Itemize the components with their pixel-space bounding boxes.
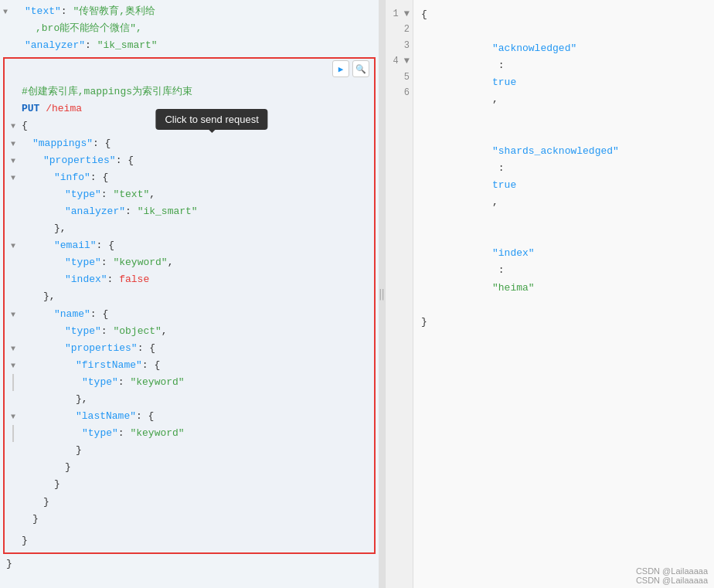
comment-text: #创建索引库,mappings为索引库约束 [22, 83, 192, 100]
line-number: 5 [404, 70, 410, 85]
json-value: "ik_smart" [138, 206, 198, 217]
json-value: "ik_smart" [97, 39, 158, 51]
fold-arrow[interactable]: ▼ [11, 342, 22, 355]
json-key: "type" [65, 257, 101, 268]
fold-arrow [11, 513, 22, 526]
fold-arrow [11, 461, 22, 474]
brace: } [421, 314, 427, 331]
code-line: "index": false [11, 271, 368, 288]
code-line: ▼ "email": { [11, 237, 368, 254]
json-key: "type" [65, 325, 101, 337]
red-box-content: #创建索引库,mappings为索引库约束 PUT /heima ▼ { ▼ "… [5, 79, 374, 532]
response-line: "index" : "heima" [421, 228, 706, 313]
json-value: true [492, 76, 516, 88]
fold-arrow [11, 206, 22, 219]
response-line: "shards_acknowledged" : true , [421, 126, 706, 229]
credit-line1: CSDN @Lailaaaaa [636, 566, 708, 576]
method-line: PUT /heima [11, 100, 368, 117]
url-path: /heima [39, 100, 82, 117]
json-value: "keyword" [113, 257, 167, 268]
code-line: ▼ "info": { [11, 169, 368, 186]
response-open: { [421, 6, 706, 23]
response-line: "acknowledged" : true , [421, 23, 706, 126]
code-line: } [11, 442, 368, 459]
close-brace-line: } [5, 532, 374, 552]
line-number: 1 ▼ [393, 6, 410, 22]
fold-arrow[interactable]: ▼ [11, 410, 22, 423]
brace: { [22, 117, 28, 134]
fold-arrow [3, 39, 14, 53]
json-value: "keyword" [130, 427, 184, 439]
right-content: { "acknowledged" : true , "shards_acknow… [413, 0, 714, 337]
code-line: ▼ "firstName": { [11, 357, 368, 374]
fold-arrow[interactable]: ▼ [11, 240, 22, 253]
code-line: } [11, 459, 368, 476]
fold-arrow[interactable]: ▼ [3, 5, 14, 19]
code-line: ▼ "mappings": { [11, 135, 368, 152]
fold-arrow [11, 257, 22, 270]
json-key: "shards_acknowledged" [492, 145, 619, 157]
fold-arrow [11, 535, 22, 548]
fold-arrow[interactable]: ▼ [11, 120, 22, 133]
json-key: "index" [492, 247, 535, 259]
line-number: 3 [404, 38, 410, 53]
fold-arrow [11, 291, 22, 304]
json-value: "object" [113, 325, 161, 337]
fold-arrow [3, 22, 14, 36]
code-line: "type": "keyword" [11, 425, 368, 442]
code-line: }, [11, 288, 368, 305]
code-line: "type": "keyword", [11, 254, 368, 271]
credit: CSDN @Lailaaaaa CSDN @Lailaaaaa [636, 566, 708, 585]
left-panel: ▼ "text": "传智教育,奥利给 ,bro能不能给个微信", "analy… [0, 0, 379, 588]
resize-icon: ‖ [379, 287, 385, 301]
brace: } [22, 532, 28, 549]
json-key: "type" [82, 376, 118, 388]
code-line: "analyzer": "ik_smart" [3, 37, 372, 54]
code-line: ▼ "properties": { [11, 340, 368, 357]
response-close: } [421, 314, 706, 331]
code-line: } [11, 511, 368, 528]
fold-arrow[interactable]: ▼ [11, 308, 22, 321]
code-line: ,bro能不能给个微信", [3, 20, 372, 37]
code-line: }, [11, 391, 368, 408]
json-value: "keyword" [130, 376, 184, 388]
top-code-block: ▼ "text": "传智教育,奥利给 ,bro能不能给个微信", "analy… [0, 0, 379, 57]
open-brace-line: ▼ { [11, 117, 368, 134]
comment-line: #创建索引库,mappings为索引库约束 [11, 83, 368, 100]
fold-arrow [11, 325, 22, 338]
code-line: ▼ "lastName": { [11, 408, 368, 425]
code-line: ▼ "name": { [11, 306, 368, 323]
search-button[interactable]: 🔍 [352, 60, 369, 77]
final-brace: } [6, 558, 12, 569]
json-key: "index" [65, 274, 107, 285]
code-line: "type": "keyword" [11, 374, 368, 391]
json-value: ,bro能不能给个微信", [36, 22, 142, 34]
json-key: "email" [54, 240, 97, 251]
json-key: "info" [54, 172, 90, 183]
json-value: "heima" [492, 282, 535, 294]
line-number: 6 [404, 85, 410, 100]
line-numbers: 1 ▼ 2 3 4 ▼ 5 6 [386, 0, 413, 588]
fold-arrow[interactable]: ▼ [11, 155, 22, 168]
right-panel: 1 ▼ 2 3 4 ▼ 5 6 { "acknowledged" : true … [385, 0, 714, 588]
json-value: "传智教育,奥利给 [73, 5, 155, 17]
json-key: "analyzer" [25, 39, 85, 51]
json-key: "name" [54, 308, 90, 320]
fold-arrow [11, 103, 22, 116]
fold-arrow[interactable]: ▼ [11, 359, 22, 372]
fold-arrow [11, 393, 22, 406]
resize-handle[interactable]: ‖ [379, 0, 385, 588]
fold-arrow[interactable]: ▼ [11, 138, 22, 151]
credit-line2: CSDN @Lailaaaaa [636, 576, 708, 585]
code-line: ▼ "text": "传智教育,奥利给 [3, 3, 372, 20]
json-key: "properties" [43, 155, 116, 166]
fold-arrow [11, 189, 22, 202]
http-method: PUT [22, 100, 39, 117]
json-key: "text" [25, 5, 61, 17]
code-line: "analyzer": "ik_smart" [11, 203, 368, 220]
fold-arrow[interactable]: ▼ [11, 172, 22, 185]
red-box: Click to send request ▶ 🔍 #创建索引库,mapping… [3, 57, 376, 554]
json-key: "lastName" [76, 410, 136, 422]
line-number: 4 ▼ [393, 53, 410, 69]
play-button[interactable]: ▶ [332, 60, 349, 77]
